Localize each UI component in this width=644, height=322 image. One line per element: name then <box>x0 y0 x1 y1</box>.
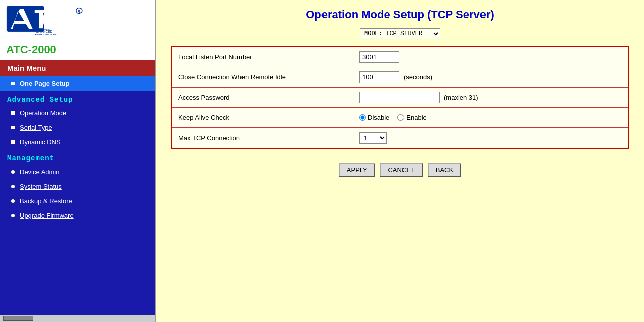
radio-enable-text: Enable <box>406 114 426 121</box>
main-menu-bar: Main Menu <box>0 60 155 76</box>
sidebar-item-serial-type[interactable]: Serial Type <box>0 120 155 135</box>
label-local-listen-port: Local Listen Port Number <box>172 47 353 67</box>
maxlen-label: (maxlen 31) <box>444 94 478 101</box>
close-connection-input[interactable] <box>359 71 399 83</box>
sidebar-item-upgrade-firmware[interactable]: Upgrade Firmware <box>0 208 155 223</box>
bullet-icon <box>11 126 15 129</box>
bullet-icon <box>11 111 15 115</box>
apply-button[interactable]: APPLY <box>339 163 375 177</box>
row-local-listen-port: Local Listen Port Number <box>172 47 628 67</box>
mode-select[interactable]: MODE: TCP SERVER MODE: TCP CLIENT MODE: … <box>360 28 440 39</box>
bullet-circle-icon <box>11 199 15 203</box>
svg-rect-2 <box>14 21 26 24</box>
advanced-setup-section: Advanced Setup <box>0 91 155 106</box>
sidebar-item-operation-mode[interactable]: Operation Mode <box>0 106 155 120</box>
sidebar-item-backup-restore[interactable]: Backup & Restore <box>0 194 155 208</box>
main-content: Operation Mode Setup (TCP Server) MODE: … <box>156 0 644 322</box>
local-listen-port-input[interactable] <box>359 51 399 63</box>
row-close-connection: Close Connection When Remote Idle (secon… <box>172 67 628 88</box>
label-access-password: Access Password <box>172 88 353 107</box>
serial-type-label: Serial Type <box>20 124 52 131</box>
radio-enable[interactable] <box>397 114 404 121</box>
sidebar-item-one-page-setup[interactable]: One Page Setup <box>0 76 155 91</box>
sidebar-scrollbar[interactable] <box>0 315 155 322</box>
logo-area: R ADVANCED TECHNOLOGY ADVANCED <box>0 0 155 40</box>
row-access-password: Access Password (maxlen 31) <box>172 88 628 108</box>
radio-disable-text: Disable <box>368 114 389 121</box>
access-password-input[interactable] <box>359 92 440 103</box>
mode-selector-row: MODE: TCP SERVER MODE: TCP CLIENT MODE: … <box>156 25 644 44</box>
value-keep-alive: Disable Enable <box>353 108 628 127</box>
form-container: Local Listen Port Number Close Connectio… <box>171 46 629 149</box>
main-menu-label: Main Menu <box>7 64 46 72</box>
device-title: ATC-2000 <box>0 40 155 60</box>
system-status-label: System Status <box>20 183 62 190</box>
page-header: Operation Mode Setup (TCP Server) <box>156 0 644 25</box>
svg-text:R: R <box>78 9 81 14</box>
label-max-tcp: Max TCP Connection <box>172 128 353 148</box>
bullet-circle-icon <box>11 185 15 188</box>
device-admin-label: Device Admin <box>20 168 59 176</box>
value-max-tcp: 1 2 3 4 <box>353 128 628 148</box>
button-row: APPLY CANCEL BACK <box>156 157 644 187</box>
cancel-button[interactable]: CANCEL <box>380 163 423 177</box>
svg-text:ADVANCED: ADVANCED <box>35 29 50 32</box>
sidebar: R ADVANCED TECHNOLOGY ADVANCED ATC-2000 … <box>0 0 156 322</box>
page-title: Operation Mode Setup (TCP Server) <box>166 8 634 21</box>
value-access-password: (maxlen 31) <box>353 88 628 107</box>
svg-rect-4 <box>39 10 43 28</box>
backup-restore-label: Backup & Restore <box>20 197 72 205</box>
keep-alive-radio-group: Disable Enable <box>359 114 427 121</box>
sidebar-item-system-status[interactable]: System Status <box>0 179 155 194</box>
radio-disable-label[interactable]: Disable <box>359 114 389 121</box>
value-local-listen-port <box>353 47 628 67</box>
upgrade-firmware-label: Upgrade Firmware <box>20 212 74 219</box>
management-section: Management <box>0 149 155 165</box>
bullet-icon <box>11 140 15 144</box>
seconds-label: (seconds) <box>404 73 432 81</box>
device-name-label: ATC-2000 <box>6 43 56 56</box>
operation-mode-label: Operation Mode <box>20 109 66 117</box>
sidebar-item-device-admin[interactable]: Device Admin <box>0 165 155 179</box>
row-keep-alive: Keep Alive Check Disable Enable <box>172 108 628 128</box>
value-close-connection: (seconds) <box>353 67 628 87</box>
advanced-setup-label: Advanced Setup <box>7 96 73 104</box>
back-button[interactable]: BACK <box>428 163 461 177</box>
sidebar-item-dynamic-dns[interactable]: Dynamic DNS <box>0 135 155 149</box>
max-tcp-select[interactable]: 1 2 3 4 <box>359 132 387 144</box>
bullet-circle-icon <box>11 214 15 217</box>
bullet-icon <box>11 82 15 85</box>
svg-text:TECHNOLOGY: TECHNOLOGY <box>35 34 58 35</box>
radio-enable-label[interactable]: Enable <box>397 114 426 121</box>
label-keep-alive: Keep Alive Check <box>172 108 353 127</box>
bullet-circle-icon <box>11 170 15 174</box>
label-close-connection: Close Connection When Remote Idle <box>172 67 353 87</box>
row-max-tcp: Max TCP Connection 1 2 3 4 <box>172 128 628 148</box>
radio-disable[interactable] <box>359 114 366 121</box>
atc-logo: R ADVANCED TECHNOLOGY ADVANCED <box>5 5 86 35</box>
management-label: Management <box>7 154 54 163</box>
dynamic-dns-label: Dynamic DNS <box>20 138 61 146</box>
one-page-setup-label: One Page Setup <box>20 79 70 87</box>
